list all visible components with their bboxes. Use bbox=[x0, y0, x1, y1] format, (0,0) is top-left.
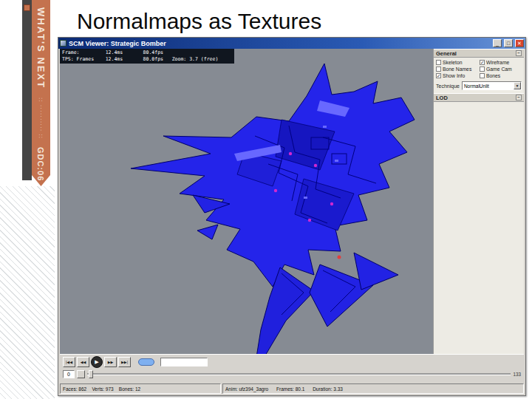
technique-value: NormalUnlit bbox=[463, 83, 514, 89]
frame-step-button[interactable] bbox=[77, 370, 85, 378]
timeline-slider[interactable] bbox=[87, 373, 511, 375]
rewind-button[interactable]: ◀◀ bbox=[77, 357, 89, 367]
checkbox-bone-names[interactable]: Bone Names bbox=[436, 66, 479, 72]
technique-row: Technique NormalUnlit ▼ bbox=[434, 80, 524, 93]
checkbox-skeleton[interactable]: Skeleton bbox=[436, 60, 479, 65]
timeline-thumb[interactable] bbox=[89, 370, 93, 378]
technique-label: Technique bbox=[436, 83, 460, 89]
stats-line1: Frame: 12.4ms 80.4fps bbox=[62, 50, 163, 55]
lod-collapse-button[interactable]: − bbox=[516, 95, 522, 100]
ribbon-dots-text: :: ·········· :: bbox=[38, 98, 44, 139]
skeleton-checkbox-label: Skeleton bbox=[443, 60, 462, 65]
lod-section-header[interactable]: LOD − bbox=[434, 93, 524, 102]
bone-names-checkbox-label: Bone Names bbox=[443, 66, 471, 72]
close-button[interactable]: ✕ bbox=[515, 39, 524, 47]
last-frame-button[interactable]: ▶▶| bbox=[118, 357, 131, 367]
skeleton-checkbox-box[interactable] bbox=[436, 60, 441, 65]
ribbon-brand-text: WHAT'S NEXT bbox=[35, 7, 47, 89]
bones-checkbox-label: Bones bbox=[486, 73, 500, 78]
ribbon-text: WHAT'S NEXT :: ·········· :: GDC:06 bbox=[32, 0, 50, 186]
checkbox-grid: Skeleton ✓ Wireframe Bone Names Game Cam… bbox=[434, 58, 524, 80]
play-button[interactable]: ▶ bbox=[91, 356, 103, 368]
window-title: SCM Viewer: Strategic Bomber bbox=[69, 40, 491, 47]
checkbox-show-info[interactable]: ✓ Show Info bbox=[436, 73, 479, 78]
general-collapse-button[interactable]: − bbox=[516, 50, 522, 56]
checkbox-bones[interactable]: Bones bbox=[480, 73, 522, 78]
window-icon bbox=[60, 40, 66, 47]
wireframe-checkbox-box[interactable]: ✓ bbox=[480, 60, 485, 65]
ribbon-event-text: GDC:06 bbox=[36, 147, 45, 181]
general-section-header[interactable]: General − bbox=[434, 49, 524, 58]
minimize-button[interactable]: _ bbox=[493, 39, 502, 47]
viewport-stats-overlay: Frame: 12.4ms 80.4fps TPS: Frames 12.4ms… bbox=[60, 49, 234, 64]
bones-checkbox-box[interactable] bbox=[480, 73, 485, 78]
status-anim-info: Anim: ufz394_3agro Frames: 80.1 Duration… bbox=[222, 383, 524, 394]
ribbon-dark-bar bbox=[22, 0, 32, 180]
game-cam-checkbox-box[interactable] bbox=[480, 66, 485, 72]
status-bar: Faces: 862 Verts: 973 Bones: 12 Anim: uf… bbox=[60, 383, 524, 394]
animation-combo[interactable] bbox=[160, 358, 208, 366]
lod-header-label: LOD bbox=[436, 95, 448, 101]
window-titlebar[interactable]: SCM Viewer: Strategic Bomber _ □ ✕ bbox=[58, 38, 525, 49]
show-info-checkbox-label: Show Info bbox=[443, 73, 465, 78]
show-info-checkbox-box[interactable]: ✓ bbox=[436, 73, 441, 78]
general-header-label: General bbox=[436, 50, 457, 57]
fast-forward-button[interactable]: ▶▶ bbox=[104, 357, 117, 367]
scm-viewer-window: SCM Viewer: Strategic Bomber _ □ ✕ bbox=[58, 37, 526, 396]
bone-names-checkbox-box[interactable] bbox=[436, 66, 441, 72]
gdc-ribbon: WHAT'S NEXT :: ·········· :: GDC:06 bbox=[32, 0, 50, 186]
model-viewport[interactable]: Frame: 12.4ms 80.4fps TPS: Frames 12.4ms… bbox=[60, 49, 433, 354]
stats-line2: TPS: Frames 12.4ms 80.0fps Zoom: 3.7 (fr… bbox=[62, 56, 218, 62]
game-cam-checkbox-label: Game Cam bbox=[486, 66, 512, 72]
technique-dropdown[interactable]: NormalUnlit ▼ bbox=[462, 81, 522, 90]
timeline-row: 0 133 bbox=[60, 369, 524, 379]
transport-indicator-pill[interactable] bbox=[138, 358, 154, 366]
checkbox-wireframe[interactable]: ✓ Wireframe bbox=[480, 60, 522, 65]
ribbon-chip-icon bbox=[24, 4, 30, 11]
timeline-end-label: 133 bbox=[513, 372, 521, 377]
diagonal-stripes-decoration bbox=[0, 186, 55, 399]
bomber-model bbox=[60, 49, 433, 354]
first-frame-button[interactable]: |◀◀ bbox=[63, 357, 75, 367]
status-mesh-info: Faces: 862 Verts: 973 Bones: 12 bbox=[60, 383, 221, 394]
checkbox-game-cam[interactable]: Game Cam bbox=[480, 66, 522, 72]
page-title: Normalmaps as Textures bbox=[77, 9, 321, 34]
settings-panel: General − Skeleton ✓ Wireframe Bone Name… bbox=[433, 49, 524, 354]
maximize-button[interactable]: □ bbox=[504, 39, 513, 47]
transport-bar: |◀◀ ◀◀ ▶ ▶▶ ▶▶| bbox=[60, 354, 524, 369]
current-frame-field[interactable]: 0 bbox=[63, 370, 75, 378]
chevron-down-icon[interactable]: ▼ bbox=[514, 82, 521, 89]
wireframe-checkbox-label: Wireframe bbox=[486, 60, 509, 65]
